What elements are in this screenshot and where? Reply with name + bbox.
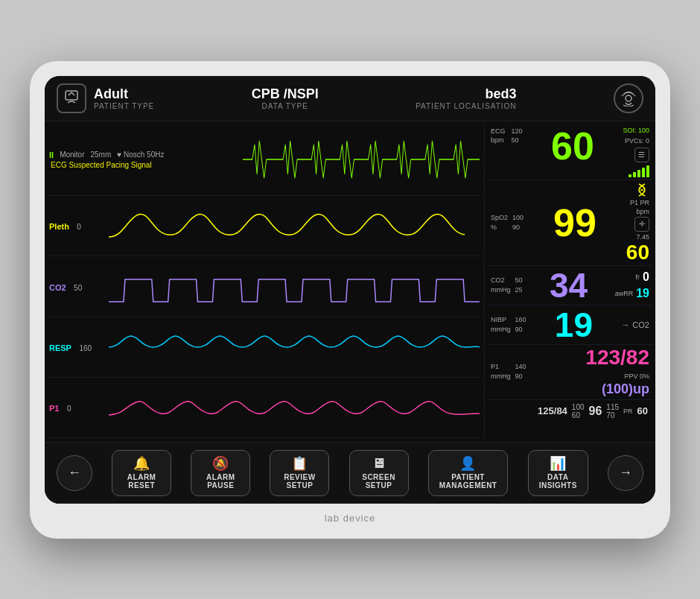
header-right: bed3 PATIENT LOCALISATION <box>416 86 516 110</box>
ecg-info-monitor: Monitor <box>60 150 84 159</box>
patient-type-label: Adult <box>94 86 154 102</box>
nibp-label1: NIBP <box>491 315 511 325</box>
patient-icon <box>57 83 86 113</box>
spo2-range2: 90 <box>512 223 524 232</box>
p1-range2: 90 <box>515 372 526 381</box>
ecg-param-labels: ECG bpm <box>491 127 506 145</box>
pleth-row: Pleth 0 <box>45 196 484 256</box>
spo2-pr-value: 7.45 <box>636 233 649 241</box>
spo2-ranges: 100 90 <box>512 213 524 232</box>
nibp-label2: mmHg <box>491 325 511 335</box>
co2-range1: 50 <box>515 276 523 285</box>
location-label: bed3 <box>416 86 516 102</box>
header-left: Adult PATIENT TYPE <box>57 83 154 113</box>
p1-param-label2: mmHg <box>491 372 511 381</box>
co2-params: CO2 mmHg 50 25 34 fr <box>488 266 652 305</box>
ecg-soi: SOI: 100 <box>623 127 649 134</box>
pleth-label: Pleth <box>49 222 69 231</box>
ecg-ranges: 120 50 <box>512 127 523 145</box>
bottom-r4: 115 70 <box>606 403 619 419</box>
connectivity-svg <box>620 90 637 107</box>
patient-svg <box>63 89 80 107</box>
forward-button[interactable]: → <box>608 455 643 491</box>
alarm-pause-label: ALARMPAUSE <box>206 473 235 489</box>
co2-row: CO2 50 <box>45 256 484 317</box>
data-type-label: CPB /NSPI <box>252 86 319 102</box>
bottom-r2: 100 60 <box>572 403 585 419</box>
data-insights-button[interactable]: 📊 DATAINSIGHTS <box>528 450 588 496</box>
right-panel: ECG bpm 120 50 60 SOI: 100 <box>484 121 655 442</box>
p1-sub: 0 <box>67 405 71 413</box>
ecg-mini-icon: ☰ <box>634 148 649 162</box>
p1-svg <box>109 385 480 430</box>
fr-value: 0 <box>643 270 649 284</box>
spo2-pr-num: 60 <box>626 242 649 263</box>
p1-sub-text: (100)up <box>602 381 649 397</box>
p1-label: P1 <box>49 404 59 413</box>
p1-value: 123/82 <box>585 347 649 368</box>
bar5 <box>646 165 649 177</box>
nibp-ranges: 160 90 <box>515 315 526 334</box>
awrr-label: awRR <box>615 290 634 297</box>
ecg-param-label1: ECG <box>491 127 506 136</box>
patient-management-button[interactable]: 👤 PATIENTMANAGEMENT <box>428 450 509 496</box>
signal-bars <box>629 165 649 177</box>
alarm-reset-icon: 🔔 <box>133 457 150 470</box>
alarm-pause-icon: 🔕 <box>212 457 229 470</box>
pleth-svg <box>109 203 480 248</box>
p1-wave <box>109 385 480 430</box>
resp-label: RESP <box>49 343 71 352</box>
ecg-banner: ECG Suspected Pacing Signal <box>51 161 243 169</box>
bottom-r5: PR <box>623 408 633 415</box>
spo2-plus-icon: ✛ <box>634 217 649 232</box>
spo2-range1: 100 <box>512 213 524 223</box>
co2-sub: 50 <box>74 284 82 292</box>
ecg-pvcs: PVCs: 0 <box>625 137 649 145</box>
review-setup-button[interactable]: 📋 REVIEWSETUP <box>270 450 329 496</box>
co2-wave <box>109 264 480 309</box>
resp-wave <box>109 325 480 370</box>
dna-icon <box>634 183 649 197</box>
toolbar: ← 🔔 ALARMRESET 🔕 ALARMPAUSE 📋 REVIEWSETU… <box>45 442 655 504</box>
patient-management-icon: 👤 <box>459 457 477 470</box>
bar1 <box>629 174 631 177</box>
nibp-arrow-label: CO2 <box>632 320 649 329</box>
fr-label: fr <box>636 273 640 281</box>
nibp-params: NIBP mmHg 160 90 19 → CO2 <box>488 305 652 345</box>
location-sub: PATIENT LOCALISATION <box>416 102 516 110</box>
spo2-pr-label: P1 PR <box>630 199 649 206</box>
co2-param-labels: CO2 mmHg <box>491 276 511 294</box>
co2-svg <box>109 264 480 309</box>
data-insights-label: DATAINSIGHTS <box>539 473 577 489</box>
co2-label: CO2 <box>49 283 66 292</box>
spo2-param-labels: SpO2 % <box>491 213 508 232</box>
ecg-info-filter: ♥ Nosch 50Hz <box>117 150 164 159</box>
data-type-sub: DATA TYPE <box>252 102 319 110</box>
resp-sub: 160 <box>79 344 92 352</box>
spo2-pr-sub2: bpm <box>636 208 649 215</box>
p1-ranges: 140 90 <box>515 362 526 381</box>
bar4 <box>642 168 645 177</box>
ecg-param-label2: bpm <box>491 136 506 145</box>
back-button[interactable]: ← <box>57 455 92 491</box>
co2-label1: CO2 <box>491 276 511 285</box>
bar2 <box>633 172 636 177</box>
ecg-info-gain: 25mm <box>90 150 111 159</box>
screen-setup-button[interactable]: 🖥 SCREENSETUP <box>349 450 409 496</box>
device-outer: Adult PATIENT TYPE CPB /NSPI DATA TYPE b… <box>30 61 670 539</box>
ecg-wave <box>243 137 480 182</box>
ecg-value: 60 <box>551 127 594 165</box>
ecg-range2: 50 <box>512 136 523 145</box>
spo2-label1: SpO2 <box>491 213 508 223</box>
alarm-reset-button[interactable]: 🔔 ALARMRESET <box>112 450 171 496</box>
p1-row: P1 0 <box>45 378 484 438</box>
awrr-value: 19 <box>636 287 649 300</box>
co2-value: 34 <box>550 268 588 302</box>
resp-svg <box>109 325 480 370</box>
data-insights-icon: 📊 <box>550 457 567 470</box>
ecg-label: II <box>49 150 54 159</box>
p1-params: P1 mmHg 140 90 123/82 PPV 0% <box>488 345 652 400</box>
alarm-pause-button[interactable]: 🔕 ALARMPAUSE <box>191 450 250 496</box>
bottom-r3: 96 <box>589 405 602 418</box>
device-label: lab device <box>325 513 376 524</box>
